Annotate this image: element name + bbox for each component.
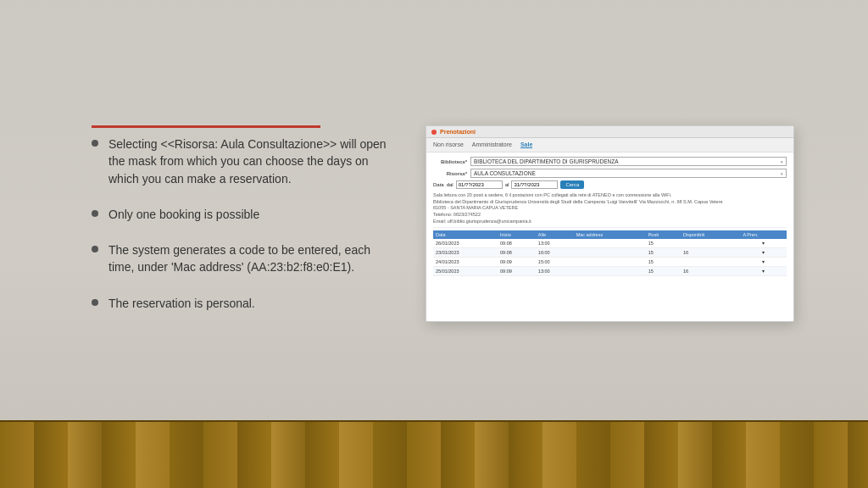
list-item: The reservation is personal. <box>92 295 397 312</box>
biblioteca-arrow: ▾ <box>781 159 783 164</box>
table-cell: 09:08 <box>498 248 536 258</box>
table-cell: ▾ <box>740 248 787 258</box>
date-row: Data dal al Cerca <box>433 180 787 189</box>
table-cell: 15 <box>646 239 681 248</box>
list-item: The system generates a code to be entere… <box>92 241 397 276</box>
desc-line-4: Telefono: 0823/274522 <box>433 212 787 219</box>
desc-line-5: Email: uff.biblio.giurisprudenza@unicamp… <box>433 219 787 225</box>
bullet-text-1: Selecting <<Risorsa: Aula Consultazione>… <box>108 136 397 187</box>
desc-line-3: 81055 - SANTA MARIA CAPUA VETERE <box>433 205 787 212</box>
accent-line <box>92 125 320 128</box>
biblioteca-input[interactable]: BIBLIOTECA DEL DIPARTIMENTO DI GIURISPRU… <box>470 157 787 166</box>
risorsa-arrow: ▾ <box>781 171 783 176</box>
table-cell: 15 <box>646 248 681 258</box>
biblioteca-label: Biblioteca* <box>433 159 467 164</box>
floor-background <box>0 420 868 488</box>
desc-line-2: Biblioteca del Dipartimento di Giurispru… <box>433 199 787 206</box>
desc-line-1: Sala lettura con 20 posti a sedere, 6 il… <box>433 192 787 199</box>
bullet-content: Selecting <<Risorsa: Aula Consultazione>… <box>92 136 397 330</box>
table-cell <box>681 258 740 267</box>
list-item: Only one booking is possible <box>92 206 397 223</box>
bullet-dot <box>92 299 98 306</box>
bullet-dot <box>92 140 98 147</box>
screenshot-header: Prenotazioni <box>426 126 793 138</box>
table-cell <box>681 239 740 248</box>
table-row[interactable]: 23/01/202309:0816:001516▾ <box>433 248 787 258</box>
table-cell <box>574 248 646 258</box>
booking-table: Data Inizio Alle Mac address Posti Dispo… <box>433 230 787 276</box>
dal-label: dal <box>447 182 453 187</box>
table-cell: ▾ <box>740 267 787 276</box>
screenshot-nav: Non risorse Amministratore Sale <box>426 138 793 152</box>
bullet-text-3: The system generates a code to be entere… <box>108 241 397 276</box>
bullet-dot <box>92 246 98 252</box>
biblioteca-row: Biblioteca* BIBLIOTECA DEL DIPARTIMENTO … <box>433 157 787 166</box>
table-cell: 09:09 <box>498 267 536 276</box>
risorsa-label: Risorsa* <box>433 171 467 176</box>
table-row[interactable]: 26/01/202309:0813:0015▾ <box>433 239 787 248</box>
table-cell: 16 <box>681 267 740 276</box>
risorsa-input[interactable]: AULA CONSULTAZIONE ▾ <box>470 169 787 178</box>
table-row[interactable]: 25/01/202309:0913:001516▾ <box>433 267 787 276</box>
col-apren: A Pren. <box>740 230 787 239</box>
table-cell: 25/01/2023 <box>433 267 498 276</box>
table-cell <box>574 267 646 276</box>
nav-item-amministratore[interactable]: Amministratore <box>472 141 512 148</box>
header-dot <box>431 130 437 135</box>
table-row[interactable]: 24/01/202309:0915:0015▾ <box>433 258 787 267</box>
screenshot-title: Prenotazioni <box>440 129 476 135</box>
table-cell: 13:00 <box>536 267 574 276</box>
table-cell: 09:09 <box>498 258 536 267</box>
table-cell: 15 <box>646 258 681 267</box>
table-cell <box>574 239 646 248</box>
screenshot-body: Biblioteca* BIBLIOTECA DEL DIPARTIMENTO … <box>426 152 793 280</box>
list-item: Selecting <<Risorsa: Aula Consultazione>… <box>92 136 397 187</box>
table-cell: 15:00 <box>536 258 574 267</box>
table-cell: 16 <box>681 248 740 258</box>
date-from-input[interactable] <box>456 180 503 189</box>
table-cell: 15 <box>646 267 681 276</box>
bullet-text-2: Only one booking is possible <box>108 206 259 223</box>
cerca-button[interactable]: Cerca <box>560 180 584 189</box>
nav-item-sale[interactable]: Sale <box>520 141 532 148</box>
bullet-dot <box>92 210 98 217</box>
table-cell: 13:00 <box>536 239 574 248</box>
risorsa-row: Risorsa* AULA CONSULTAZIONE ▾ <box>433 169 787 178</box>
biblioteca-value: BIBLIOTECA DEL DIPARTIMENTO DI GIURISPRU… <box>474 158 619 164</box>
date-to-input[interactable] <box>511 180 558 189</box>
table-cell: 09:08 <box>498 239 536 248</box>
bullet-text-4: The reservation is personal. <box>108 295 255 312</box>
table-cell: 23/01/2023 <box>433 248 498 258</box>
col-alle: Alle <box>536 230 574 239</box>
col-posti: Posti <box>646 230 681 239</box>
table-cell: 24/01/2023 <box>433 258 498 267</box>
table-cell <box>574 258 646 267</box>
col-mac: Mac address <box>574 230 646 239</box>
table-cell: ▾ <box>740 239 787 248</box>
col-disponibili: Disponibili <box>681 230 740 239</box>
risorsa-value: AULA CONSULTAZIONE <box>474 170 536 176</box>
data-label: Data <box>433 182 444 187</box>
description-block: Sala lettura con 20 posti a sedere, 6 il… <box>433 192 787 228</box>
table-cell: 26/01/2023 <box>433 239 498 248</box>
col-data: Data <box>433 230 498 239</box>
al-label: al <box>505 182 509 187</box>
table-cell: 16:00 <box>536 248 574 258</box>
screenshot-panel: Prenotazioni Non risorse Amministratore … <box>426 125 794 322</box>
bullet-list: Selecting <<Risorsa: Aula Consultazione>… <box>92 136 397 312</box>
table-cell: ▾ <box>740 258 787 267</box>
nav-item-non-risorse[interactable]: Non risorse <box>433 141 464 148</box>
col-inizio: Inizio <box>498 230 536 239</box>
